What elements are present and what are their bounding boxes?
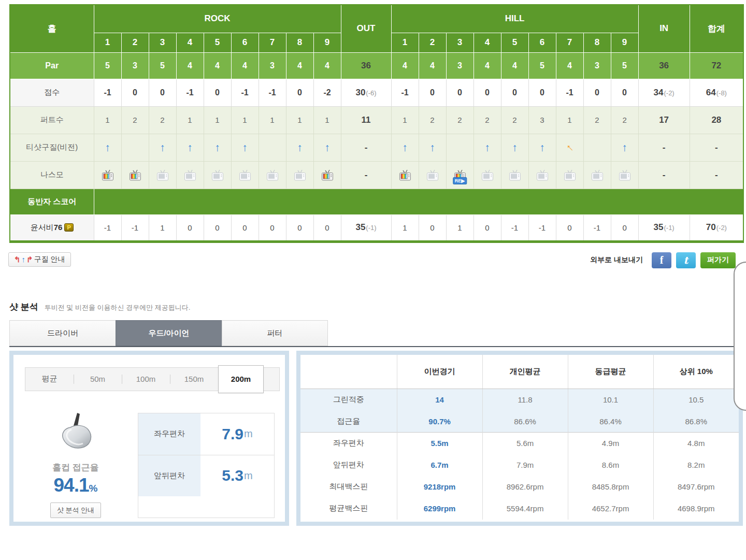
companion-hill-2: 0 bbox=[419, 214, 446, 241]
distance-tab-50m[interactable]: 50m bbox=[74, 375, 122, 383]
companion-out: 35(-1) bbox=[341, 214, 391, 241]
facebook-share-button[interactable]: f bbox=[652, 252, 671, 268]
tee-shot-hill-3 bbox=[446, 134, 474, 161]
stats-value: 8.2m bbox=[653, 454, 739, 476]
par-rock-8: 4 bbox=[286, 52, 313, 79]
tee-shot-rock-5: ↑ bbox=[204, 134, 231, 161]
par-hill-9: 5 bbox=[611, 52, 638, 79]
distance-tab-100m[interactable]: 100m bbox=[122, 375, 170, 383]
putts-rock-8: 1 bbox=[286, 106, 313, 134]
nasmo-rock-1[interactable] bbox=[94, 161, 121, 189]
companion-rock-1: -1 bbox=[94, 214, 121, 241]
nasmo-video-icon bbox=[564, 169, 576, 181]
nasmo-rock-6 bbox=[231, 161, 259, 189]
score-rock-1: -1 bbox=[94, 79, 121, 106]
course-rock-header: ROCK bbox=[94, 5, 341, 33]
score-hill-9: 0 bbox=[611, 79, 638, 106]
nasmo-hill-1[interactable] bbox=[391, 161, 419, 189]
distance-tab-200m[interactable]: 200m bbox=[218, 365, 264, 393]
shot-analysis-guide-button[interactable]: 샷 분석 안내 bbox=[50, 502, 101, 518]
approach-rate-value: 94.1% bbox=[13, 475, 138, 496]
stats-value: 9218rpm bbox=[397, 476, 482, 498]
tee-shot-rock-1: ↑ bbox=[94, 134, 121, 161]
companion-hill-3: 1 bbox=[446, 214, 474, 241]
nasmo-rock-2[interactable] bbox=[121, 161, 149, 189]
scorecard-table: 홀 ROCK OUT HILL IN 합계 123456789123456789… bbox=[9, 4, 744, 243]
nasmo-video-icon[interactable] bbox=[102, 169, 114, 181]
score-label: 점수 bbox=[10, 79, 94, 106]
twitter-share-button[interactable]: t bbox=[676, 252, 696, 268]
straight-arrow-icon: ↑ bbox=[429, 142, 435, 153]
putts-out: 11 bbox=[341, 106, 391, 134]
nasmo-in: - bbox=[638, 161, 690, 189]
scorecard-toolbar: ↰↑↱ 구질 안내 외부로 내보내기 f t 퍼가기 bbox=[8, 252, 736, 270]
score-rock-8: 0 bbox=[286, 79, 313, 106]
score-rock-2: 0 bbox=[121, 79, 149, 106]
course-hill-header: HILL bbox=[391, 5, 638, 33]
companion-hill-8: -1 bbox=[583, 214, 611, 241]
stats-value: 86.8% bbox=[653, 411, 739, 433]
distance-tabs: 평균50m100m150m200m bbox=[25, 367, 280, 391]
tab-wood-iron[interactable]: 우드/아이언 bbox=[116, 320, 222, 346]
straight-arrow-icon: ↑ bbox=[324, 142, 330, 153]
score-hill-7: -1 bbox=[556, 79, 583, 106]
nasmo-video-icon bbox=[211, 169, 224, 181]
par-rock-4: 4 bbox=[176, 52, 204, 79]
tee-shot-hill-9: ↑ bbox=[611, 134, 638, 161]
nasmo-video-icon[interactable] bbox=[129, 169, 141, 181]
shot-analysis-title: 샷 분석 bbox=[9, 301, 38, 313]
stats-value: 14 bbox=[397, 389, 482, 411]
putts-hill-9: 2 bbox=[611, 106, 638, 134]
nasmo-video-icon[interactable] bbox=[321, 169, 334, 181]
stats-value: 8962.6rpm bbox=[482, 476, 568, 498]
distance-tab-평균[interactable]: 평균 bbox=[25, 374, 74, 384]
par-rock-3: 5 bbox=[149, 52, 176, 79]
distance-tab-150m[interactable]: 150m bbox=[170, 375, 218, 383]
companion-header-spacer bbox=[94, 189, 743, 214]
tee-shot-rock-7 bbox=[259, 134, 286, 161]
nasmo-video-icon bbox=[509, 169, 521, 181]
stats-value: 6299rpm bbox=[397, 498, 482, 520]
tab-driver[interactable]: 드라이버 bbox=[9, 320, 116, 346]
trajectory-guide-label: 구질 안내 bbox=[34, 255, 65, 264]
nasmo-hill-3[interactable]: RE▶ bbox=[446, 161, 474, 189]
par-rock-6: 4 bbox=[231, 52, 259, 79]
tee-shot-total: - bbox=[690, 134, 743, 161]
score-hill-3: 0 bbox=[446, 79, 474, 106]
nasmo-video-icon bbox=[481, 169, 494, 181]
stats-value: 5594.4rpm bbox=[482, 498, 568, 520]
club-summary-panel: 평균50m100m150m200m bbox=[9, 351, 289, 526]
nasmo-hill-6 bbox=[528, 161, 556, 189]
trajectory-guide-button[interactable]: ↰↑↱ 구질 안내 bbox=[8, 252, 71, 267]
stats-table: 이번경기개인평균동급평균상위 10% 그린적중1411.810.110.5접근율… bbox=[300, 355, 739, 520]
par-rock-5: 4 bbox=[204, 52, 231, 79]
score-rock-3: 0 bbox=[149, 79, 176, 106]
putts-rock-3: 2 bbox=[149, 106, 176, 134]
fb-deviation-row: 앞뒤편차 5.3m bbox=[138, 455, 274, 496]
iron-club-icon bbox=[53, 412, 98, 460]
rock-hole-7: 7 bbox=[259, 33, 286, 52]
score-hill-8: 0 bbox=[583, 79, 611, 106]
stats-value: 10.5 bbox=[653, 389, 739, 411]
stats-col-3: 동급평균 bbox=[568, 355, 653, 389]
straight-arrow-icon: ↑ bbox=[22, 255, 26, 263]
straight-arrow-icon: ↑ bbox=[484, 142, 490, 153]
nasmo-rock-9[interactable] bbox=[313, 161, 341, 189]
embed-button[interactable]: 퍼가기 bbox=[700, 252, 736, 268]
rock-hole-3: 3 bbox=[149, 33, 176, 52]
stats-value: 4.8m bbox=[653, 433, 739, 454]
companion-hill-5: -1 bbox=[501, 214, 528, 241]
nasmo-video-icon[interactable] bbox=[399, 169, 411, 181]
par-hill-8: 3 bbox=[583, 52, 611, 79]
putts-hill-7: 1 bbox=[556, 106, 583, 134]
par-in: 36 bbox=[638, 52, 690, 79]
stats-value: 5.6m bbox=[482, 433, 568, 454]
tab-putter[interactable]: 퍼터 bbox=[222, 320, 328, 346]
nasmo-video-icon[interactable]: RE▶ bbox=[454, 169, 466, 181]
side-panel-handle[interactable] bbox=[734, 262, 746, 411]
nasmo-rock-3 bbox=[149, 161, 176, 189]
shot-analysis-subtitle: 투비전 및 비전을 이용하신 경우에만 제공됩니다. bbox=[45, 303, 191, 312]
stats-value: 11.8 bbox=[482, 389, 568, 411]
hill-hole-8: 8 bbox=[583, 33, 611, 52]
nasmo-hill-4 bbox=[474, 161, 501, 189]
